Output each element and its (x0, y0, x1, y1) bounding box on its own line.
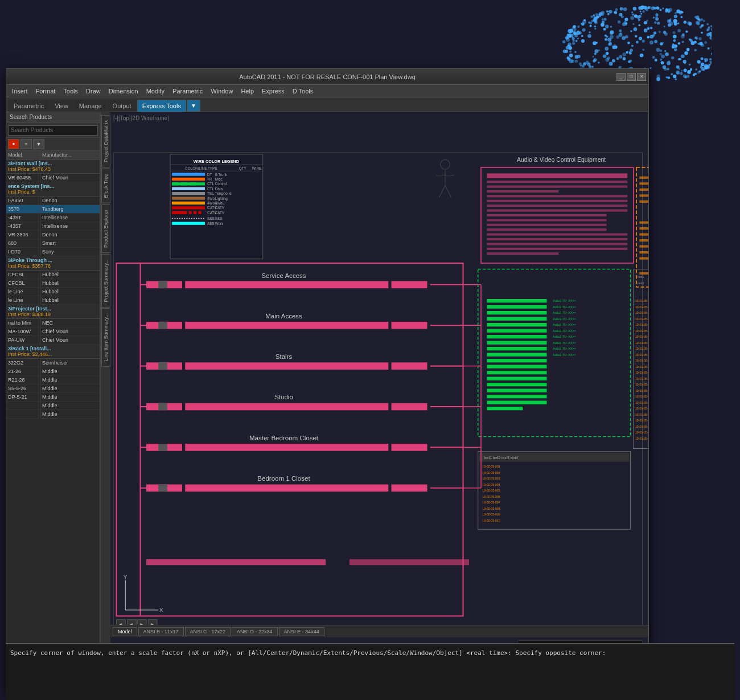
menu-express[interactable]: Express (258, 87, 288, 96)
group-2-name: 3\Poke Through ... (8, 257, 98, 263)
svg-rect-503 (194, 211, 196, 214)
table-row[interactable]: le Line Hubbell (6, 288, 100, 296)
table-row[interactable]: Middle (6, 402, 100, 410)
table-row[interactable]: VR 60458 Chief Moun (6, 174, 100, 182)
status-tab-ansid[interactable]: ANSI D - 22x34 (232, 627, 278, 636)
svg-rect-606 (487, 359, 547, 362)
status-tab-model[interactable]: Model (113, 627, 137, 636)
svg-text:X: X (159, 607, 163, 613)
table-row[interactable]: rial to Mini NEC (6, 319, 100, 328)
side-tab-project-summary[interactable]: Project Summary... (101, 254, 110, 308)
menu-modify[interactable]: Modify (143, 87, 168, 96)
table-row[interactable]: 21-26 Middle (6, 367, 100, 376)
table-row[interactable]: VR-3806 Denon (6, 231, 100, 239)
tab-output[interactable]: Output (108, 100, 137, 112)
svg-point-135 (700, 26, 702, 28)
panel-tool-btn-2[interactable]: ▼ (33, 139, 44, 149)
table-row[interactable]: DP-5-21 Middle (6, 393, 100, 402)
svg-point-378 (598, 50, 600, 51)
side-tab-product-explorer[interactable]: Product Explorer (101, 204, 110, 253)
tab-dropdown[interactable]: ▼ (187, 100, 200, 112)
table-row[interactable]: 680 Smart (6, 239, 100, 248)
svg-point-465 (602, 21, 605, 23)
svg-point-107 (575, 60, 578, 63)
menu-dimension[interactable]: Dimension (105, 87, 142, 96)
svg-point-191 (691, 41, 695, 45)
svg-point-55 (656, 48, 660, 52)
svg-text:QTY: QTY (239, 166, 247, 171)
panel-tool-btn-1[interactable]: ≡ (20, 139, 32, 149)
status-tab-ansic[interactable]: ANSI C - 17x22 (185, 627, 231, 636)
table-row[interactable]: le Line Hubbell (6, 296, 100, 305)
product-mfr: Hubbell (40, 288, 100, 296)
panel-red-circle-btn[interactable]: ● (8, 139, 19, 149)
svg-point-116 (622, 36, 626, 40)
tab-parametric[interactable]: Parametric (9, 100, 49, 112)
svg-point-273 (711, 27, 712, 31)
menu-parametric[interactable]: Parametric (169, 87, 206, 96)
svg-rect-504 (198, 211, 201, 214)
table-row[interactable]: PA-UW Chief Moun (6, 336, 100, 345)
close-button[interactable]: ✕ (637, 73, 646, 81)
minimize-button[interactable]: _ (616, 73, 626, 81)
svg-point-126 (580, 65, 582, 67)
menu-tools[interactable]: Tools (60, 87, 81, 96)
table-row[interactable]: MA-100W Chief Moun (6, 328, 100, 336)
product-mfr: Chief Moun (40, 336, 100, 344)
svg-rect-584 (639, 189, 648, 191)
svg-rect-489 (172, 192, 205, 195)
table-row[interactable]: -435T Intellisense (6, 214, 100, 222)
side-tab-blocktree[interactable]: Block Tree (101, 169, 110, 203)
status-tab-ansie[interactable]: ANSI E - 34x44 (279, 627, 324, 636)
menu-insert[interactable]: Insert (9, 87, 31, 96)
svg-point-102 (604, 18, 607, 21)
table-row[interactable]: I-D70 Sony (6, 248, 100, 256)
svg-point-323 (668, 60, 671, 63)
col-model-header: Model (6, 151, 40, 159)
svg-point-152 (680, 72, 683, 75)
svg-text:10-01-05-023: 10-01-05-023 (635, 431, 648, 434)
svg-point-203 (577, 38, 579, 39)
tab-express-tools[interactable]: Express Tools (137, 100, 186, 112)
tab-manage[interactable]: Manage (74, 100, 107, 112)
svg-point-272 (686, 75, 689, 77)
table-row[interactable]: CFCBL Hubbell (6, 279, 100, 288)
table-row[interactable]: S5-5-26 Middle (6, 384, 100, 393)
table-row[interactable]: CFCBL Hubbell (6, 271, 100, 279)
menu-draw[interactable]: Draw (83, 87, 104, 96)
svg-rect-544 (185, 403, 388, 411)
svg-point-395 (646, 19, 648, 22)
svg-rect-510 (172, 222, 205, 225)
svg-text:text1  text2  text3  text4: text1 text2 text3 text4 (484, 456, 518, 460)
svg-text:Lighting: Lighting (215, 197, 228, 201)
menu-window[interactable]: Window (207, 87, 236, 96)
side-tab-datamatrix[interactable]: Project DataMatrix (101, 115, 110, 167)
table-row[interactable]: 3570 Tandberg (6, 205, 100, 214)
maximize-button[interactable]: □ (627, 73, 636, 81)
table-row[interactable]: R21-26 Middle (6, 376, 100, 384)
menu-dtools[interactable]: D Tools (289, 87, 316, 96)
table-row[interactable]: 322G2 Sennheiser (6, 359, 100, 367)
table-row[interactable]: I-A850 Denon (6, 197, 100, 205)
svg-point-308 (566, 46, 569, 50)
svg-point-513 (441, 159, 450, 169)
svg-point-319 (711, 53, 712, 55)
product-model: PA-UW (6, 336, 40, 344)
svg-point-156 (616, 35, 619, 39)
tab-view[interactable]: View (50, 100, 73, 112)
svg-point-458 (660, 59, 662, 61)
menu-help[interactable]: Help (237, 87, 257, 96)
status-tab-ansib[interactable]: ANSI B - 11x17 (138, 627, 184, 636)
menu-format[interactable]: Format (32, 87, 59, 96)
group-2-price: Inst Price: $357.76 (8, 263, 98, 269)
product-mfr: Middle (40, 384, 100, 392)
svg-text:10-01-05-016: 10-01-05-016 (635, 389, 648, 392)
search-input[interactable] (8, 125, 98, 136)
table-row[interactable]: Middle (6, 410, 100, 419)
table-row[interactable]: -435T Intellisense (6, 222, 100, 231)
side-tab-line-item[interactable]: Line Item Summary... (101, 308, 110, 367)
svg-point-117 (672, 46, 674, 48)
svg-point-367 (567, 56, 570, 59)
product-model: DP-5-21 (6, 393, 40, 401)
svg-point-311 (593, 58, 597, 62)
